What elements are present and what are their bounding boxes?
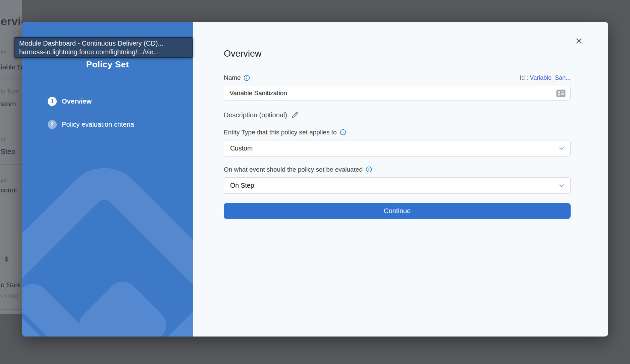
contact-card-icon[interactable] [556, 89, 566, 97]
page-entity-value-fragment: stom [1, 100, 16, 108]
event-value: On Step [230, 182, 254, 189]
close-icon[interactable]: ✕ [575, 37, 583, 46]
name-input[interactable] [229, 89, 556, 97]
description-row[interactable]: Description (optional) [224, 111, 571, 119]
sort-icon [4, 255, 9, 263]
edit-pencil-icon[interactable] [291, 112, 298, 119]
continue-button[interactable]: Continue [224, 203, 571, 219]
name-row: Name Id : Variable_San... [224, 74, 571, 81]
chevron-down-icon [559, 147, 564, 150]
info-icon[interactable] [244, 75, 250, 81]
event-select[interactable]: On Step [224, 177, 571, 194]
step-number-badge: 1 [48, 97, 57, 106]
entity-id-group: Id : Variable_San... [520, 74, 571, 81]
event-label: On what event should the policy set be e… [224, 166, 363, 173]
name-label-group: Name [224, 74, 250, 81]
page-heading-fragment: erview [1, 15, 22, 28]
description-label: Description (optional) [224, 111, 287, 119]
page-event-label-fragment: nt [1, 137, 5, 143]
page-type-label-fragment: pe [1, 177, 7, 183]
step-number-badge: 2 [48, 120, 57, 129]
info-icon[interactable] [340, 129, 346, 135]
chevron-down-icon [559, 184, 564, 187]
tab-tooltip-url: harness-io.lightning.force.com/lightning… [19, 48, 188, 56]
tab-tooltip-title: Module Dashboard - Continuous Delivery (… [19, 39, 188, 48]
page-row-path-fragment: t > Org [1, 293, 18, 300]
wizard-steps: 1 Overview 2 Policy evaluation criteria [48, 97, 134, 143]
wizard-title: Policy Set [22, 59, 193, 70]
policy-set-modal: Policy Set 1 Overview 2 Policy evaluatio… [22, 22, 608, 337]
entity-type-label-row: Entity Type that this policy set applies… [224, 128, 571, 136]
page-row-name-fragment: e Sani [1, 281, 21, 289]
info-icon[interactable] [366, 166, 372, 173]
name-field [224, 86, 571, 101]
name-label: Name [224, 74, 241, 81]
entity-type-label: Entity Type that this policy set applies… [224, 129, 337, 136]
entity-id-link[interactable]: Variable_San... [530, 74, 571, 81]
step-label: Policy evaluation criteria [62, 121, 134, 128]
overview-form: Overview Name Id : [224, 48, 571, 219]
id-prefix-label: Id : [520, 74, 528, 81]
page-event-value-fragment: Step [1, 147, 15, 156]
entity-type-value: Custom [230, 144, 253, 152]
wizard-step-overview[interactable]: 1 Overview [48, 97, 134, 106]
entity-type-select[interactable]: Custom [224, 140, 571, 157]
wizard-panel: Policy Set 1 Overview 2 Policy evaluatio… [22, 22, 193, 337]
page-entity-label-fragment: ty Type [1, 88, 19, 95]
screen: erview ne iable S ty Type stom nt Step p… [0, 0, 630, 364]
wizard-step-policy-evaluation-criteria[interactable]: 2 Policy evaluation criteria [48, 120, 134, 129]
browser-tab-tooltip: Module Dashboard - Continuous Delivery (… [14, 37, 193, 58]
overview-form-panel: ✕ Overview Name [193, 22, 608, 337]
step-label: Overview [62, 98, 92, 105]
divider [0, 309, 22, 310]
divider [0, 78, 22, 78]
form-heading: Overview [224, 48, 571, 59]
page-account-value-fragment: count : [1, 186, 21, 194]
event-label-row: On what event should the policy set be e… [224, 166, 571, 173]
divider [0, 164, 22, 165]
page-name-value-fragment: iable S [1, 63, 22, 71]
page-name-label-fragment: ne [1, 50, 7, 56]
